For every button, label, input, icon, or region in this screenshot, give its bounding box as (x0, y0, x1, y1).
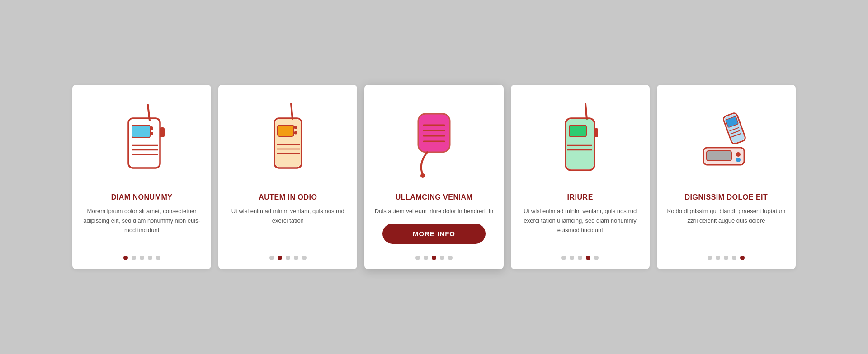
card-4-title: IRIURE (567, 193, 593, 201)
svg-rect-33 (707, 151, 731, 161)
card-4: IRIURE Ut wisi enim ad minim veniam, qui… (511, 85, 650, 269)
card-1: DIAM NONUMMY Morem ipsum dolor sit amet,… (72, 85, 211, 269)
card-1-dots (123, 256, 160, 260)
svg-rect-28 (594, 128, 598, 137)
card-3-dots (415, 256, 453, 260)
card-5-text: Kodio dignissim qui blandit praesent lup… (666, 207, 787, 247)
dot (448, 256, 453, 260)
svg-point-17 (294, 131, 297, 135)
dot (286, 256, 290, 260)
svg-line-9 (291, 104, 292, 119)
card-2-title: AUTEM IN ODIO (259, 193, 317, 201)
card-2-text: Ut wisi enim ad minim veniam, quis nostr… (227, 207, 348, 247)
dot (132, 256, 136, 260)
svg-point-16 (294, 126, 297, 129)
svg-point-8 (150, 132, 153, 135)
card-5-title: DIGNISSIM DOLOE EIT (685, 193, 768, 201)
dot (561, 256, 566, 260)
svg-point-35 (736, 158, 741, 162)
card-2-dots (269, 256, 307, 260)
dot (424, 256, 428, 260)
card-1-title: DIAM NONUMMY (111, 193, 173, 201)
dot-active (432, 256, 436, 260)
card-4-icon (520, 96, 641, 186)
card-3: ULLAMCING VENIAM Duis autem vel eum iriu… (364, 85, 503, 269)
dot (708, 256, 712, 260)
card-3-title: ULLAMCING VENIAM (396, 193, 473, 201)
card-3-text: Duis autem vel eum iriure dolor in hendr… (375, 207, 493, 216)
svg-rect-3 (160, 127, 165, 137)
dot (578, 256, 582, 260)
svg-line-24 (585, 104, 587, 119)
card-2: AUTEM IN ODIO Ut wisi enim ad minim veni… (218, 85, 357, 269)
card-5: DIGNISSIM DOLOE EIT Kodio dignissim qui … (657, 85, 796, 269)
dot (269, 256, 274, 260)
dot (732, 256, 736, 260)
dot-active (278, 256, 282, 260)
dot (294, 256, 298, 260)
dot-active (586, 256, 590, 260)
card-5-icon (666, 96, 787, 186)
card-4-text: Ut wisi enim ad minim veniam, quis nostr… (520, 207, 641, 247)
dot (156, 256, 160, 260)
svg-point-7 (150, 126, 153, 130)
more-info-button[interactable]: MORE INFO (382, 224, 485, 244)
dot (415, 256, 420, 260)
card-1-icon (81, 96, 202, 186)
card-1-text: Morem ipsum dolor sit amet, consectetuer… (81, 207, 202, 247)
card-4-dots (561, 256, 599, 260)
svg-rect-18 (418, 114, 450, 152)
dot (724, 256, 728, 260)
svg-rect-12 (278, 125, 294, 136)
svg-rect-27 (569, 125, 586, 137)
svg-point-23 (420, 173, 425, 178)
dot-active (740, 256, 745, 260)
dot (140, 256, 144, 260)
svg-rect-2 (132, 125, 150, 138)
dot-active (123, 256, 128, 260)
dot (716, 256, 720, 260)
dot (570, 256, 574, 260)
dot (302, 256, 307, 260)
dot (594, 256, 599, 260)
card-3-icon (373, 96, 494, 186)
card-2-icon (227, 96, 348, 186)
cards-container: DIAM NONUMMY Morem ipsum dolor sit amet,… (72, 85, 796, 269)
card-5-dots (708, 256, 745, 260)
dot (148, 256, 152, 260)
svg-point-34 (736, 152, 741, 157)
dot (440, 256, 444, 260)
